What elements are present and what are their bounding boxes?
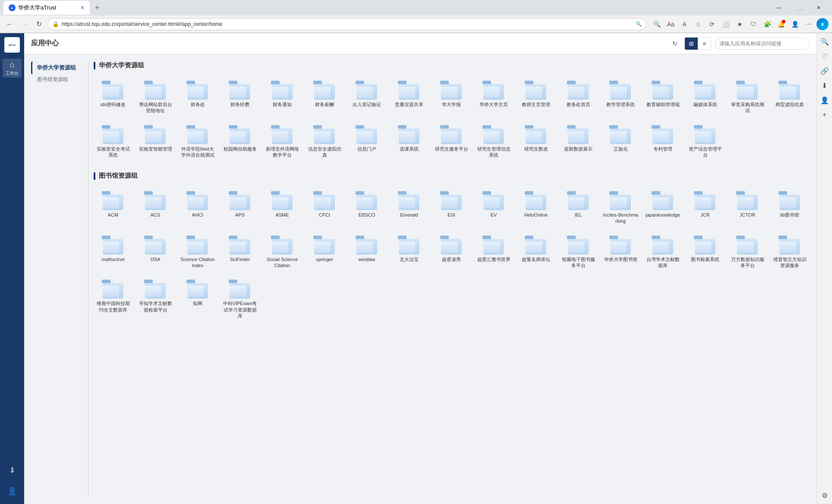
app-item-zichan[interactable]: 资产综合管理平台: [686, 121, 725, 162]
minimize-button[interactable]: —: [769, 1, 789, 15]
app-item-acs[interactable]: ACS: [136, 187, 175, 228]
app-item-weipu[interactable]: 维善中国科技期刊全文数据库: [94, 275, 132, 322]
app-item-caiwuchu[interactable]: 财务处: [178, 76, 217, 117]
app-item-waiyu[interactable]: 外语学院Itest大学外语在线测试: [178, 121, 217, 162]
app-item-sciencecitation[interactable]: Science Citation Index: [178, 231, 217, 272]
header-refresh-button[interactable]: ↻: [669, 38, 681, 50]
app-item-huadaxuebao[interactable]: 华大学报: [432, 76, 471, 117]
app-item-jiaoxue[interactable]: 教学管理系统: [601, 76, 640, 117]
immersive-reader-icon[interactable]: A: [678, 18, 690, 30]
app-item-scifinder[interactable]: SciFinder: [221, 231, 259, 272]
app-item-guizhong[interactable]: 贵重仪器共享: [390, 76, 429, 117]
app-item-yanjiushengjiaofu[interactable]: 研究生数改: [517, 121, 555, 162]
app-item-beida[interactable]: 北大法宝: [390, 231, 429, 272]
sidebar-item-user[interactable]: 👤: [3, 482, 22, 501]
app-item-zhiwang[interactable]: 知网: [178, 275, 217, 322]
sidebar-share-icon[interactable]: 🔗: [818, 64, 832, 78]
app-item-xinxi[interactable]: 信息安全虚拟仿真: [305, 121, 344, 162]
app-item-zhengbanhua[interactable]: 正版化: [601, 121, 640, 162]
app-item-lib[interactable]: lib图书馆: [770, 187, 809, 228]
sidebar-add-icon[interactable]: +: [818, 108, 832, 122]
app-item-rongmeiti[interactable]: 融媒体系统: [686, 76, 725, 117]
app-item-boda[interactable]: 博达网站群后台登陆地址: [136, 76, 175, 117]
app-item-shiyanshi[interactable]: 实验室安全考试系统: [94, 121, 132, 162]
notification-icon[interactable]: 🔔: [775, 18, 787, 30]
app-item-xuanke[interactable]: 选课系统: [390, 121, 429, 162]
close-button[interactable]: ✕: [809, 1, 829, 15]
app-item-esi[interactable]: ESI: [432, 187, 471, 228]
browser-tab[interactable]: a 华侨大学aTrust ✕: [3, 1, 90, 15]
read-mode-icon[interactable]: Aa: [665, 18, 677, 30]
app-item-jiaoshi[interactable]: 教师主页管理: [517, 76, 555, 117]
forward-button[interactable]: →: [18, 18, 30, 30]
app-item-jctor[interactable]: JCTOR: [728, 187, 767, 228]
new-tab-button[interactable]: +: [91, 2, 103, 14]
nav-library[interactable]: 图书馆资源组: [31, 74, 83, 85]
sidebar-user-icon[interactable]: 👤: [818, 93, 832, 107]
app-item-yanjiusheng[interactable]: 研究生服务平台: [432, 121, 471, 162]
app-item-shiyanshizhineng[interactable]: 实验室智能管理: [136, 121, 175, 162]
search-input[interactable]: [715, 38, 810, 50]
app-item-westlaw[interactable]: westlaw: [347, 231, 386, 272]
app-item-huaqiaotushuguan[interactable]: 华侨大学图书馆: [601, 231, 640, 272]
app-item-caiwutongzhi[interactable]: 财务通知: [263, 76, 302, 117]
app-item-acm[interactable]: ACM: [94, 187, 132, 228]
app-item-churu[interactable]: 出入登记验证: [347, 76, 386, 117]
app-item-caiwujingfei[interactable]: 财务经费: [221, 76, 259, 117]
browser-shield-icon[interactable]: 🛡: [747, 18, 760, 30]
user-profile-icon[interactable]: 👤: [789, 18, 801, 30]
sidebar-search-icon[interactable]: 🔍: [818, 35, 832, 48]
app-item-weipufanyi[interactable]: 维普智立方知识资源服务: [770, 231, 809, 272]
app-item-ahci[interactable]: AHCI: [178, 187, 217, 228]
app-item-xinlinian[interactable]: 新理念外语网络教学平台: [263, 121, 302, 162]
back-button[interactable]: ←: [3, 18, 16, 30]
app-item-mathscinet[interactable]: mathscinet: [94, 231, 132, 272]
app-item-caigou[interactable]: 审竞采购系统测试: [728, 76, 767, 117]
app-item-zhuanli[interactable]: 专利管理: [643, 121, 682, 162]
app-item-osa[interactable]: OSA: [136, 231, 175, 272]
app-item-ev[interactable]: EV: [474, 187, 513, 228]
nav-huaqiao[interactable]: 华侨大学资源组: [31, 61, 83, 74]
app-item-taiwan[interactable]: 台湾学术文献数据库: [643, 231, 682, 272]
app-item-guancang[interactable]: 馆藏电子图书服务平台: [559, 231, 598, 272]
app-item-iel[interactable]: IEL: [559, 187, 598, 228]
grid-view-button[interactable]: ⊞: [685, 38, 698, 50]
app-item-asme[interactable]: ASME: [263, 187, 302, 228]
refresh-page-icon[interactable]: ⟳: [706, 18, 718, 30]
app-item-helionline[interactable]: HeloOnline: [517, 187, 555, 228]
maximize-button[interactable]: ⬜: [789, 1, 809, 15]
app-item-chaoxing[interactable]: 超星读秀: [432, 231, 471, 272]
app-item-jcr[interactable]: JCR: [686, 187, 725, 228]
app-item-socialsciencecitation[interactable]: Social Science Citation: [263, 231, 302, 272]
app-item-cpci[interactable]: CPCI: [305, 187, 344, 228]
app-item-caiwuxinchou[interactable]: 财务薪酬: [305, 76, 344, 117]
sidebar-settings-icon[interactable]: ⚙: [818, 488, 832, 502]
favorites-icon[interactable]: ☆: [692, 18, 704, 30]
app-item-japanknowledge[interactable]: japanknowledge: [643, 187, 682, 228]
collections-icon[interactable]: ★: [734, 18, 746, 30]
app-item-aps[interactable]: APS: [221, 187, 259, 228]
list-view-button[interactable]: ≡: [698, 38, 711, 50]
app-item-chaoxingming[interactable]: 超量名师讲坛: [517, 231, 555, 272]
app-item-xinximen[interactable]: 信息门户: [347, 121, 386, 162]
app-item-shangmao[interactable]: 商贸虚拟仿真: [770, 76, 809, 117]
app-item-chaoxinghuihui[interactable]: 超星汇雅书世界: [474, 231, 513, 272]
search-toolbar-icon[interactable]: 🔍: [651, 18, 663, 30]
app-item-jiaowuchu[interactable]: 教务处首页: [559, 76, 598, 117]
sidebar-download-icon[interactable]: ⬇: [818, 79, 832, 92]
app-item-xiaoyuan[interactable]: 校园网自助服务: [221, 121, 259, 162]
app-item-wanfang[interactable]: 万方数据知识服务平台: [728, 231, 767, 272]
app-item-springer[interactable]: springer: [305, 231, 344, 272]
sidebar-item-download[interactable]: ⬇: [3, 461, 22, 480]
sidebar-favorites-icon[interactable]: ♡: [818, 49, 832, 63]
extensions-icon[interactable]: 🧩: [761, 18, 773, 30]
app-item-ebsco[interactable]: EBSCO: [347, 187, 386, 228]
split-screen-icon[interactable]: ⬜: [720, 18, 732, 30]
app-item-xueshu[interactable]: 寻知学术文献数据检索平台: [136, 275, 175, 322]
app-item-ids[interactable]: ids密码修改: [94, 76, 132, 117]
address-bar[interactable]: 🔒 https://atrust.hqu.edu.cn/portal/servi…: [47, 18, 646, 30]
app-item-jiaoyufuzhu[interactable]: 教育辅助管理端: [643, 76, 682, 117]
app-item-emerald[interactable]: Emerald: [390, 187, 429, 228]
app-item-yingxin[interactable]: 迎新数据展示: [559, 121, 598, 162]
settings-icon[interactable]: ⋯: [803, 18, 815, 30]
